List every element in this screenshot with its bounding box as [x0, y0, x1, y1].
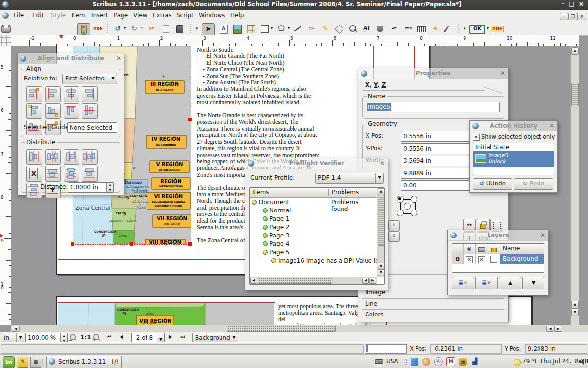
tree-row[interactable]: −Page 5	[252, 249, 376, 257]
history-item-selected[interactable]: Image5 Unlock	[473, 151, 554, 167]
weather-temp[interactable]: 79 °F	[522, 358, 538, 365]
add-layer-button[interactable]: ≣✦	[452, 277, 474, 289]
minimize-button[interactable]: –	[562, 0, 564, 7]
layer-print-checkbox[interactable]: ✕	[478, 256, 485, 263]
profile-combo[interactable]: PDF 1.4▼	[315, 173, 384, 184]
image-frame-icon[interactable]	[231, 23, 243, 35]
menu-item[interactable]: Item	[72, 12, 85, 19]
layers-table[interactable]: ◉ Name 0 ✕ ✕ Background	[452, 243, 544, 273]
action-history-titlebar[interactable]: Action History ✕	[470, 121, 557, 131]
paste-icon[interactable]	[173, 23, 185, 35]
pdf-field-icon[interactable]: PDF	[491, 23, 503, 35]
mint-menu-button[interactable]: lm	[3, 356, 15, 368]
redo-icon[interactable]: ↻	[128, 23, 140, 35]
vertical-scrollbar[interactable]: ▲ ▲ ▼	[570, 46, 579, 325]
layer-visible-checkbox[interactable]: ✕	[466, 256, 473, 263]
tree-vscrollbar[interactable]: ▲ ▲ ▼	[377, 188, 384, 277]
delete-layer-button[interactable]: ≣✕	[475, 277, 498, 289]
tree-row[interactable]: Page 4	[252, 240, 376, 249]
scroll-left-button[interactable]: ◀	[12, 326, 20, 332]
menu-style[interactable]: Style	[51, 12, 66, 19]
text-frame-icon[interactable]: A	[218, 23, 229, 35]
mdi-close-button[interactable]: ×	[577, 13, 586, 20]
pdf-ok-dropdown-icon[interactable]: ▾	[485, 23, 490, 35]
lower-layer-button[interactable]: ▼	[522, 277, 544, 289]
show-selected-checkbox[interactable]: ✕	[473, 134, 480, 141]
zoom-1-1-button[interactable]: 1:1	[80, 334, 91, 341]
distribute-bottom-edges-button[interactable]	[82, 166, 98, 182]
align-center-v-button[interactable]	[82, 103, 98, 119]
network-signal-icon[interactable]: ▟	[471, 358, 479, 366]
distance-field[interactable]: 0.0000 in▲▼	[68, 182, 114, 193]
tree-scroll-thumb[interactable]	[378, 196, 384, 246]
undo-dropdown-icon[interactable]: ▾	[122, 23, 127, 35]
align-distribute-dialog[interactable]: Align Relative to: First Selected▼ Selec…	[17, 53, 124, 195]
scroll-up-button[interactable]: ▲	[571, 47, 579, 55]
rotate-tool-icon[interactable]	[333, 23, 345, 35]
distribute-right-edges-button[interactable]	[64, 149, 79, 165]
polygon-tool-icon[interactable]: ⬠	[275, 23, 287, 35]
menu-script[interactable]: Script	[176, 12, 194, 19]
scroll-right-button[interactable]: ▶	[554, 326, 562, 332]
preflight-dialog[interactable]: Current Profile: PDF 1.4▼ Items Problems…	[245, 158, 388, 290]
preflight-close-icon[interactable]: ✕	[380, 160, 385, 167]
bezier-tool-icon[interactable]: ✑	[306, 23, 318, 35]
tree-row[interactable]: Page 1	[252, 215, 376, 224]
raise-layer-button[interactable]: ▲	[499, 277, 521, 289]
selection-handle[interactable]	[71, 242, 74, 246]
first-page-button[interactable]: ⏮	[107, 334, 111, 340]
align-top-button[interactable]	[64, 103, 79, 119]
menu-windows[interactable]: Windows	[199, 12, 225, 19]
edit-story-icon[interactable]	[374, 23, 386, 35]
tree-row[interactable]: Page 3	[252, 232, 376, 240]
selection-handle[interactable]	[188, 118, 192, 121]
measure-tool-icon[interactable]	[416, 23, 427, 35]
keyboard-layout-label[interactable]: USA	[386, 358, 398, 365]
browser-tray-icon[interactable]: 🌀	[411, 358, 418, 366]
properties-titlebar[interactable]: Properties ✕	[358, 68, 508, 79]
history-list[interactable]: Initial State Image5 Unlock	[473, 143, 554, 175]
tree-hscroll-thumb[interactable]	[258, 278, 332, 284]
layers-titlebar[interactable]: Layers ✕	[448, 230, 548, 241]
eyedropper-icon[interactable]	[443, 23, 455, 35]
selection-handle[interactable]	[188, 242, 192, 246]
align-close-icon[interactable]: ✕	[116, 55, 121, 62]
last-page-button[interactable]: ⏭	[180, 334, 185, 340]
pdf-tools-overflow-icon[interactable]: ▾	[462, 23, 467, 35]
tree-scroll-down[interactable]: ▼	[378, 269, 384, 276]
level-down-button[interactable]: ⇩	[388, 231, 400, 242]
copy-properties-icon[interactable]: ⁕	[429, 23, 441, 35]
distribute-centers-h-button[interactable]	[45, 149, 61, 165]
next-page-button[interactable]: ▶	[169, 334, 172, 339]
tree-scroll-left[interactable]: ◀	[250, 278, 257, 284]
weather-icon[interactable]	[514, 359, 521, 366]
menu-extras[interactable]: Extras	[153, 12, 172, 19]
layer-select-combo[interactable]: Background▼	[192, 333, 238, 343]
preflight-verifier-icon[interactable]	[77, 23, 90, 36]
shape-tool-icon[interactable]	[259, 23, 270, 35]
layer-lock-checkbox[interactable]	[490, 256, 497, 263]
undo-icon[interactable]: ↺	[112, 23, 123, 35]
page-number-combo[interactable]: 2 of 8▼	[131, 333, 165, 343]
align-left-to-right-button[interactable]	[26, 103, 42, 119]
preflight-titlebar[interactable]: Preflight Verifier ✕	[245, 158, 388, 169]
align-bottom-to-top-button[interactable]	[45, 103, 61, 119]
undo-button[interactable]: ↺ UUndo	[473, 178, 512, 190]
scrollbar-thumb[interactable]	[571, 83, 579, 106]
layer-row[interactable]: 0 ✕ ✕ Background	[452, 254, 544, 264]
properties-close-icon[interactable]: ✕	[500, 70, 505, 77]
items-column-header[interactable]: Items	[252, 189, 269, 196]
name-column-header[interactable]: Name	[500, 244, 544, 254]
name-field[interactable]: Image5	[366, 102, 500, 112]
print-icon[interactable]	[0, 23, 12, 35]
distribute-top-edges-button[interactable]	[45, 166, 61, 182]
mdi-restore-button[interactable]: ❐	[568, 13, 577, 20]
scribus-task-button[interactable]: Scribus 1.3.3.11 - [/h...	[46, 356, 122, 368]
menu-view[interactable]: View	[133, 12, 147, 19]
scroll-left-button2[interactable]: ◀	[546, 326, 554, 332]
align-right-button[interactable]	[82, 86, 98, 102]
zoom-tool-icon[interactable]	[347, 23, 359, 35]
distribute-left-edges-button[interactable]	[26, 149, 42, 165]
properties-tab-xyz[interactable]: X, Y, Z	[365, 81, 386, 88]
unlink-frames-icon[interactable]: ≡✂	[402, 23, 414, 35]
